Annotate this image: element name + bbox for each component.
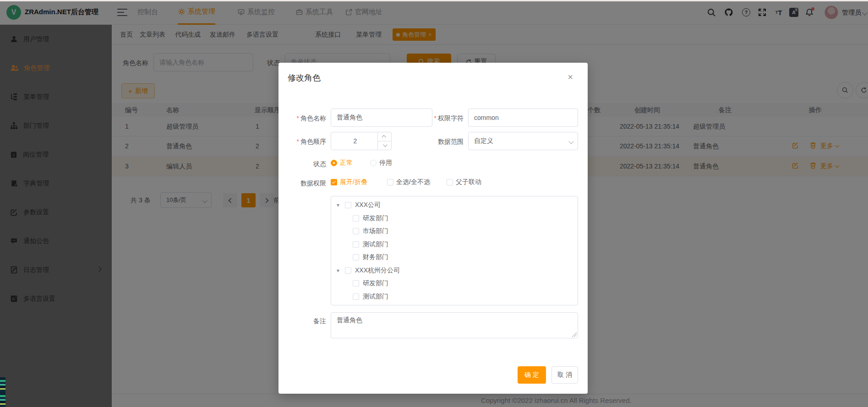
radio-checked-icon — [331, 160, 337, 166]
checkbox-unchecked-icon — [387, 179, 393, 185]
tree-node[interactable]: 财务部门 — [331, 251, 578, 264]
tree-node[interactable]: 市场部门 — [331, 225, 578, 238]
role-order-label: *角色顺序 — [288, 138, 326, 146]
perm-char-field-wrap — [468, 109, 578, 127]
tree-node[interactable]: 测试部门 — [331, 238, 578, 251]
select-all-checkbox[interactable]: 全选/全不选 — [387, 178, 430, 186]
dept-tree: ▾ XXX公司 研发部门 市场部门 测试部门 财务部门 ▾ — [331, 196, 578, 305]
perm-char-field[interactable] — [474, 114, 572, 121]
stepper-up-button[interactable] — [378, 132, 391, 141]
checkbox-checked-icon — [331, 179, 337, 185]
screen: V ZRAdmin.NET后台管理 控制台 系统管理 系统监控 — [0, 0, 868, 407]
role-name-label: *角色名称 — [288, 114, 326, 123]
remark-textarea[interactable]: 普通角色 — [331, 313, 578, 338]
status-label: 状态 — [288, 160, 326, 168]
remark-textarea-wrap: 普通角色 — [331, 312, 578, 338]
cancel-button[interactable]: 取消 — [551, 366, 578, 384]
role-order-stepper — [331, 132, 392, 150]
checkbox-unchecked-icon[interactable] — [353, 293, 359, 300]
tree-node[interactable]: 研发部门 — [331, 277, 578, 290]
confirm-button[interactable]: 确定 — [518, 366, 546, 384]
checkbox-unchecked-icon[interactable] — [353, 215, 359, 222]
expand-collapse-checkbox[interactable]: 展开/折叠 — [331, 178, 367, 186]
caret-down-icon[interactable]: ▾ — [335, 202, 341, 208]
data-perm-label: 数据权限 — [288, 179, 326, 188]
chevron-down-icon — [568, 139, 573, 144]
perm-char-label: *权限字符 — [425, 114, 464, 123]
tree-node[interactable]: 研发部门 — [331, 212, 578, 225]
role-name-field-wrap — [331, 109, 432, 127]
checkbox-unchecked-icon — [447, 179, 453, 185]
stepper-down-button[interactable] — [378, 141, 391, 150]
checkbox-unchecked-icon[interactable] — [345, 267, 351, 274]
tree-node[interactable]: 测试部门 — [331, 290, 578, 304]
data-scope-label: 数据范围 — [425, 138, 464, 146]
checkbox-unchecked-icon[interactable] — [353, 241, 359, 248]
parent-child-link-checkbox[interactable]: 父子联动 — [447, 178, 481, 186]
resize-handle-icon[interactable] — [572, 332, 577, 337]
floating-thumbnail-widget[interactable] — [0, 377, 5, 407]
checkbox-unchecked-icon[interactable] — [353, 228, 359, 234]
edit-role-dialog: 修改角色 × *角色名称 *权限字符 *角色顺序 数据范围 自定义 — [278, 63, 588, 394]
dialog-title: 修改角色 — [288, 72, 321, 83]
close-icon[interactable]: × — [565, 72, 575, 82]
tree-node[interactable]: ▾ XXX公司 — [331, 199, 578, 212]
status-radio-normal[interactable]: 正常 — [331, 159, 353, 167]
tree-node[interactable]: ▾ XXX杭州分公司 — [331, 264, 578, 277]
role-name-field[interactable] — [337, 114, 426, 121]
window-top-strip — [0, 0, 868, 1]
checkbox-unchecked-icon[interactable] — [345, 202, 351, 208]
radio-unchecked-icon — [370, 160, 377, 166]
caret-down-icon[interactable]: ▾ — [335, 267, 341, 274]
checkbox-unchecked-icon[interactable] — [353, 254, 359, 260]
data-scope-select[interactable]: 自定义 — [468, 132, 578, 150]
checkbox-unchecked-icon[interactable] — [353, 280, 359, 287]
status-radio-disabled[interactable]: 停用 — [370, 159, 392, 167]
remark-label: 备注 — [288, 317, 326, 326]
